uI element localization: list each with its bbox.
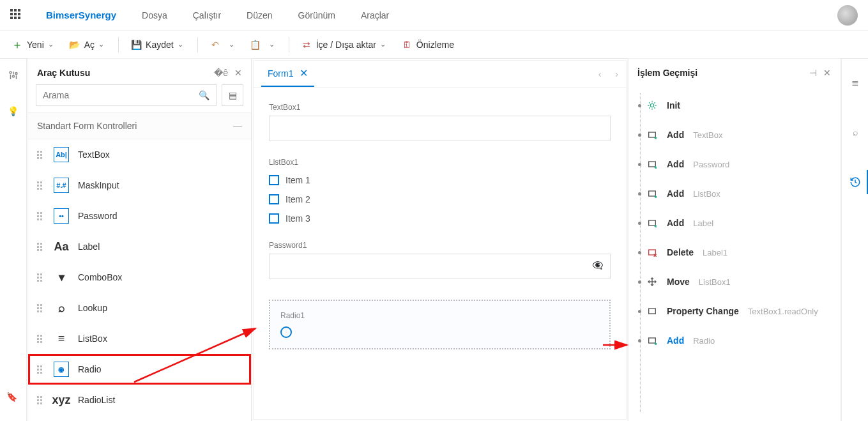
preview-button[interactable]: 🗓 Önizleme [395,34,461,55]
history-item[interactable]: Property Change TextBox1.readOnly [639,296,830,326]
history-detail: TextBox1.readOnly [748,307,818,316]
history-action: Move [667,277,690,287]
listbox-item[interactable]: Item 3 [269,209,611,228]
prop-icon [646,305,658,317]
toolbox-item-label[interactable]: Aa Label [28,231,251,262]
toolbox-item-maskinput[interactable]: #.# MaskInput [28,170,251,201]
form-tab[interactable]: Form1 ✕ [261,61,314,87]
checkbox-icon[interactable] [269,213,279,224]
checkbox-icon[interactable] [269,194,279,204]
calendar-icon: 🗓 [401,39,413,50]
history-action: Init [667,100,680,111]
textbox-label: TextBox1 [269,103,611,112]
drag-handle-icon [37,335,45,343]
search-rail-icon[interactable]: ⌕ [842,119,869,146]
tab-close-icon[interactable]: ✕ [300,67,308,79]
item-label: Item 1 [286,175,310,185]
history-action: Add [667,159,684,169]
toolbox-item-textbox[interactable]: Ab| TextBox [28,139,251,170]
undo-button[interactable]: ↶⌄ [203,34,241,55]
drag-handle-icon [37,243,45,251]
chevron-down-icon: ⌄ [269,40,275,49]
tab-prev-icon[interactable]: ‹ [598,69,602,79]
history-item[interactable]: Add Radio [639,326,830,355]
menu-file[interactable]: Dosya [142,10,167,20]
menu-run[interactable]: Çalıştır [193,10,221,20]
save-button[interactable]: 💾 Kaydet⌄ [124,34,190,55]
list-rail-icon[interactable]: ≣ [842,69,869,96]
clipboard-icon: 📋 [250,39,261,50]
toolbox-item-radio[interactable]: ◉ Radio [28,354,251,385]
control-list: Ab| TextBox #.# MaskInput •• Password Aa… [28,139,251,421]
control-label: Label [78,241,100,252]
toolbox-item-password[interactable]: •• Password [28,201,251,231]
menu-tools[interactable]: Araçlar [361,10,389,20]
toolbox-group-header[interactable]: Standart Form Kontrolleri — [28,112,251,139]
toolbox-item-listbox[interactable]: ≡ ListBox [28,323,251,354]
lightbulb-rail-icon[interactable]: 💡 [7,105,20,118]
history-rail-icon[interactable] [842,169,869,195]
toolbox-item-lookup[interactable]: ⌕ Lookup [28,293,251,323]
search-input[interactable] [43,90,199,100]
save-label: Kaydet [146,40,174,50]
toolbox-title: Araç Kutusu [37,68,90,78]
toolbox-item-radiolist[interactable]: xyz RadioList [28,385,251,415]
user-avatar[interactable] [837,5,858,26]
selected-radio-block[interactable]: Radio1 [269,300,611,349]
app-launcher-icon[interactable] [10,9,23,22]
history-item[interactable]: Init [639,91,830,120]
drag-handle-icon [37,212,45,220]
drag-handle-icon [37,273,45,282]
listbox-item[interactable]: Item 2 [269,190,611,209]
close-icon[interactable]: ✕ [823,68,831,78]
svg-point-0 [10,72,11,73]
listbox-item[interactable]: Item 1 [269,171,611,190]
toolbox-search[interactable]: 🔍 [36,84,217,106]
new-button[interactable]: ＋ Yeni⌄ [5,34,60,55]
chevron-down-icon: ⌄ [98,40,104,49]
checkbox-icon[interactable] [269,175,279,185]
settings-rail-icon[interactable] [7,69,20,82]
menu-edit[interactable]: Düzen [247,10,272,20]
add-icon [646,129,658,141]
svg-point-2 [12,75,14,77]
add-icon [646,217,658,229]
preview-label: Önizleme [416,40,454,50]
close-icon[interactable]: ✕ [234,68,242,78]
textbox-icon: Ab| [54,147,69,162]
pin-icon[interactable]: �ê [214,68,228,78]
drag-handle-icon [37,181,45,190]
history-action: Delete [667,247,694,257]
history-item[interactable]: Delete Label1 [639,238,830,267]
history-item[interactable]: Add TextBox [639,120,830,149]
password-input[interactable] [269,254,611,279]
history-action: Property Change [667,306,739,316]
lookup-icon: ⌕ [54,300,69,316]
collapse-icon: — [233,121,242,131]
clipboard-button[interactable]: 📋⌄ [243,34,281,55]
svg-rect-11 [649,162,656,167]
import-export-button[interactable]: ⇄ İçe / Dışa aktar⌄ [294,34,392,55]
radio-circle-icon[interactable] [280,326,292,338]
open-button[interactable]: 📂 Aç⌄ [63,34,110,55]
svg-rect-19 [649,220,656,226]
history-item[interactable]: Move ListBox1 [639,267,830,296]
eye-off-icon[interactable]: 👁‍🗨 [592,260,603,270]
chevron-down-icon: ⌄ [178,40,183,49]
history-detail: Label1 [703,248,727,257]
control-label: ListBox [78,333,107,344]
new-label: Yeni [27,40,44,50]
history-item[interactable]: Add Password [639,149,830,179]
toolbox-item-combobox[interactable]: ▾ ComboBox [28,262,251,293]
import-export-icon: ⇄ [301,39,312,50]
layout-toggle-button[interactable]: ▤ [222,84,243,106]
menu-view[interactable]: Görünüm [298,10,335,20]
radio-label: Radio1 [280,311,599,320]
tab-next-icon[interactable]: › [615,69,618,79]
add-icon [646,158,658,170]
pin-icon[interactable]: ⊣ [809,68,817,78]
textbox-input[interactable] [269,116,611,141]
tag-icon[interactable]: 🔖 [6,392,19,404]
history-item[interactable]: Add ListBox [639,179,830,208]
history-item[interactable]: Add Label [639,208,830,238]
